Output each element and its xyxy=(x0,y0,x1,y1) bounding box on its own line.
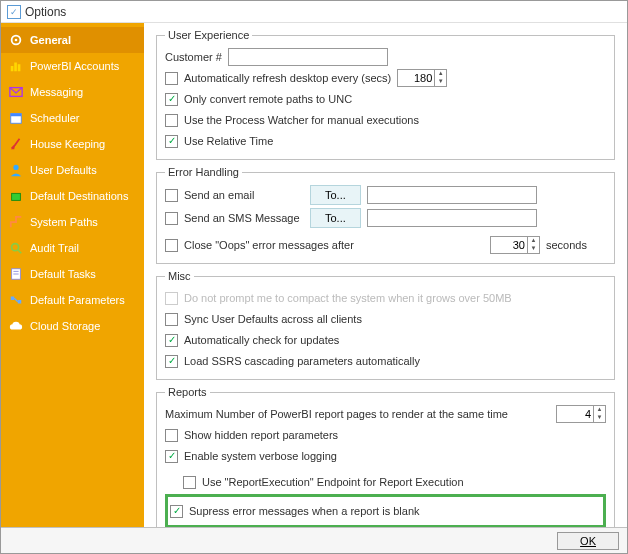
sidebar-item-messaging[interactable]: Messaging xyxy=(1,79,144,105)
sidebar-item-scheduler[interactable]: Scheduler xyxy=(1,105,144,131)
destination-icon xyxy=(9,189,23,203)
sidebar-item-label: User Defaults xyxy=(30,165,97,176)
customer-label: Customer # xyxy=(165,51,222,63)
only-convert-checkbox[interactable]: ✓ xyxy=(165,93,178,106)
sync-user-label: Sync User Defaults across all clients xyxy=(184,313,362,325)
show-hidden-label: Show hidden report parameters xyxy=(184,429,338,441)
sms-to-button[interactable]: To... xyxy=(310,208,361,228)
group-misc: Misc Do not prompt me to compact the sys… xyxy=(156,270,615,380)
auto-refresh-checkbox[interactable] xyxy=(165,72,178,85)
sidebar-item-label: PowerBI Accounts xyxy=(30,61,119,72)
only-convert-label: Only convert remote paths to UNC xyxy=(184,93,352,105)
user-icon xyxy=(9,163,23,177)
task-icon xyxy=(9,267,23,281)
footer: OK xyxy=(1,527,627,553)
sidebar-item-label: Default Tasks xyxy=(30,269,96,280)
suppress-checkbox[interactable]: ✓ xyxy=(170,505,183,518)
sidebar-item-audittrail[interactable]: Audit Trail xyxy=(1,235,144,261)
customer-input[interactable] xyxy=(228,48,388,66)
send-sms-label: Send an SMS Message xyxy=(184,212,304,224)
window-title: Options xyxy=(25,5,66,19)
sidebar-item-label: Cloud Storage xyxy=(30,321,100,332)
auto-refresh-spinner[interactable]: ▲▼ xyxy=(397,69,447,87)
send-email-label: Send an email xyxy=(184,189,304,201)
audit-icon xyxy=(9,241,23,255)
verbose-checkbox[interactable]: ✓ xyxy=(165,450,178,463)
close-oops-spinner[interactable]: ▲▼ xyxy=(490,236,540,254)
max-pages-spinner[interactable]: ▲▼ xyxy=(556,405,606,423)
sidebar-item-cloudstorage[interactable]: Cloud Storage xyxy=(1,313,144,339)
ok-button[interactable]: OK xyxy=(557,532,619,550)
svg-rect-9 xyxy=(12,193,21,200)
email-to-button[interactable]: To... xyxy=(310,185,361,205)
no-prompt-checkbox xyxy=(165,292,178,305)
seconds-label: seconds xyxy=(546,239,606,251)
svg-point-10 xyxy=(12,244,19,251)
titlebar: ✓ Options xyxy=(1,1,627,23)
process-watcher-checkbox[interactable] xyxy=(165,114,178,127)
sidebar: General PowerBI Accounts Messaging Sched… xyxy=(1,23,144,528)
report-exec-checkbox[interactable] xyxy=(183,476,196,489)
sidebar-item-destinations[interactable]: Default Destinations xyxy=(1,183,144,209)
calendar-icon xyxy=(9,111,23,125)
no-prompt-label: Do not prompt me to compact the system w… xyxy=(184,292,512,304)
sidebar-item-label: System Paths xyxy=(30,217,98,228)
show-hidden-checkbox[interactable] xyxy=(165,429,178,442)
sidebar-item-defaultparams[interactable]: Default Parameters xyxy=(1,287,144,313)
sidebar-item-label: Audit Trail xyxy=(30,243,79,254)
sidebar-item-general[interactable]: General xyxy=(1,27,144,53)
sidebar-item-powerbi[interactable]: PowerBI Accounts xyxy=(1,53,144,79)
svg-rect-2 xyxy=(11,66,14,71)
app-icon: ✓ xyxy=(7,5,21,19)
auto-refresh-label: Automatically refresh desktop every (sec… xyxy=(184,72,391,84)
broom-icon xyxy=(9,137,23,151)
sync-user-checkbox[interactable] xyxy=(165,313,178,326)
sidebar-item-label: Scheduler xyxy=(30,113,80,124)
relative-time-checkbox[interactable]: ✓ xyxy=(165,135,178,148)
suppress-label: Supress error messages when a report is … xyxy=(189,505,420,517)
max-pages-label: Maximum Number of PowerBI report pages t… xyxy=(165,408,508,420)
email-to-input[interactable] xyxy=(367,186,537,204)
svg-rect-3 xyxy=(14,63,17,72)
sidebar-item-label: House Keeping xyxy=(30,139,105,150)
sms-to-input[interactable] xyxy=(367,209,537,227)
process-watcher-label: Use the Process Watcher for manual execu… xyxy=(184,114,419,126)
verbose-label: Enable system verbose logging xyxy=(184,450,337,462)
send-email-checkbox[interactable] xyxy=(165,189,178,202)
close-oops-checkbox[interactable] xyxy=(165,239,178,252)
sidebar-item-defaulttasks[interactable]: Default Tasks xyxy=(1,261,144,287)
group-user-experience: User Experience Customer # Automatically… xyxy=(156,29,615,160)
sidebar-item-label: General xyxy=(30,35,71,46)
sidebar-item-systempaths[interactable]: System Paths xyxy=(1,209,144,235)
svg-point-8 xyxy=(13,165,18,170)
sidebar-item-label: Messaging xyxy=(30,87,83,98)
group-reports: Reports Maximum Number of PowerBI report… xyxy=(156,386,615,528)
envelope-icon xyxy=(9,85,23,99)
sidebar-item-label: Default Parameters xyxy=(30,295,125,306)
sidebar-item-label: Default Destinations xyxy=(30,191,128,202)
svg-rect-15 xyxy=(11,297,15,301)
relative-time-label: Use Relative Time xyxy=(184,135,273,147)
group-error-handling: Error Handling Send an email To... Send … xyxy=(156,166,615,264)
sidebar-item-housekeeping[interactable]: House Keeping xyxy=(1,131,144,157)
send-sms-checkbox[interactable] xyxy=(165,212,178,225)
param-icon xyxy=(9,293,23,307)
svg-point-1 xyxy=(15,39,18,42)
cloud-icon xyxy=(9,319,23,333)
legend-err: Error Handling xyxy=(165,166,242,178)
legend-ux: User Experience xyxy=(165,29,252,41)
auto-check-checkbox[interactable]: ✓ xyxy=(165,334,178,347)
report-exec-label: Use "ReportExecution" Endpoint for Repor… xyxy=(202,476,464,488)
svg-rect-16 xyxy=(18,300,22,304)
load-ssrs-checkbox[interactable]: ✓ xyxy=(165,355,178,368)
gear-icon xyxy=(9,33,23,47)
svg-rect-4 xyxy=(18,64,21,71)
svg-line-17 xyxy=(14,298,18,302)
path-icon xyxy=(9,215,23,229)
auto-check-label: Automatically check for updates xyxy=(184,334,339,346)
svg-rect-7 xyxy=(11,114,22,117)
sidebar-item-userdefaults[interactable]: User Defaults xyxy=(1,157,144,183)
legend-reports: Reports xyxy=(165,386,210,398)
load-ssrs-label: Load SSRS cascading parameters automatic… xyxy=(184,355,420,367)
main-panel: User Experience Customer # Automatically… xyxy=(144,23,627,528)
